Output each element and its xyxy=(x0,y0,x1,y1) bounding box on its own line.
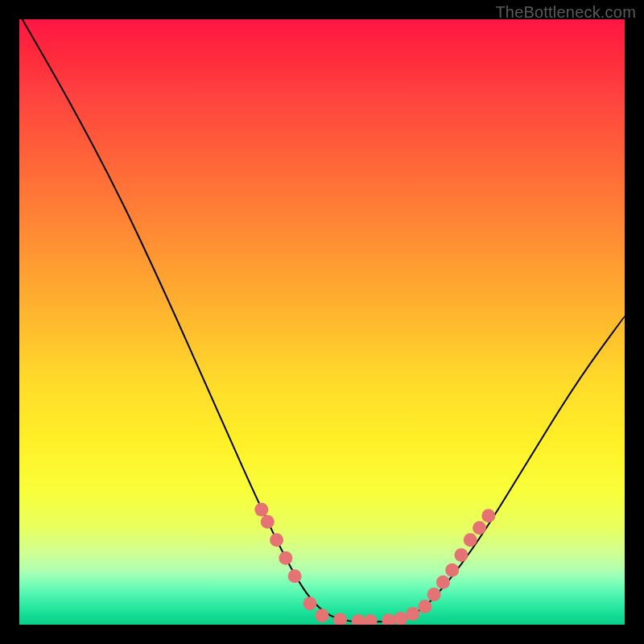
highlight-dot xyxy=(406,607,419,621)
highlight-dot xyxy=(279,551,292,565)
highlight-dot xyxy=(464,533,477,547)
highlight-dot xyxy=(394,612,407,625)
highlight-dot xyxy=(382,613,395,625)
highlight-dots-group xyxy=(254,503,495,625)
highlight-dot xyxy=(473,521,486,535)
highlight-dot xyxy=(288,569,302,583)
highlight-dot xyxy=(436,576,450,589)
highlight-dot xyxy=(254,503,268,517)
highlight-dot xyxy=(261,515,275,529)
highlight-dot xyxy=(303,597,316,610)
highlight-dot xyxy=(454,548,468,562)
chart-container: TheBottleneck.com xyxy=(0,0,644,644)
plot-area xyxy=(19,19,625,625)
bottleneck-curve-path xyxy=(23,19,625,621)
watermark-text: TheBottleneck.com xyxy=(495,3,636,22)
highlight-dot xyxy=(352,614,365,625)
highlight-dot xyxy=(427,588,441,601)
highlight-dot xyxy=(418,600,431,613)
highlight-dot xyxy=(316,609,329,622)
highlight-dot xyxy=(445,564,459,577)
highlight-dot xyxy=(333,613,347,625)
chart-svg xyxy=(19,19,625,625)
highlight-dot xyxy=(481,509,495,522)
highlight-dot xyxy=(270,533,283,547)
highlight-dot xyxy=(364,614,378,625)
